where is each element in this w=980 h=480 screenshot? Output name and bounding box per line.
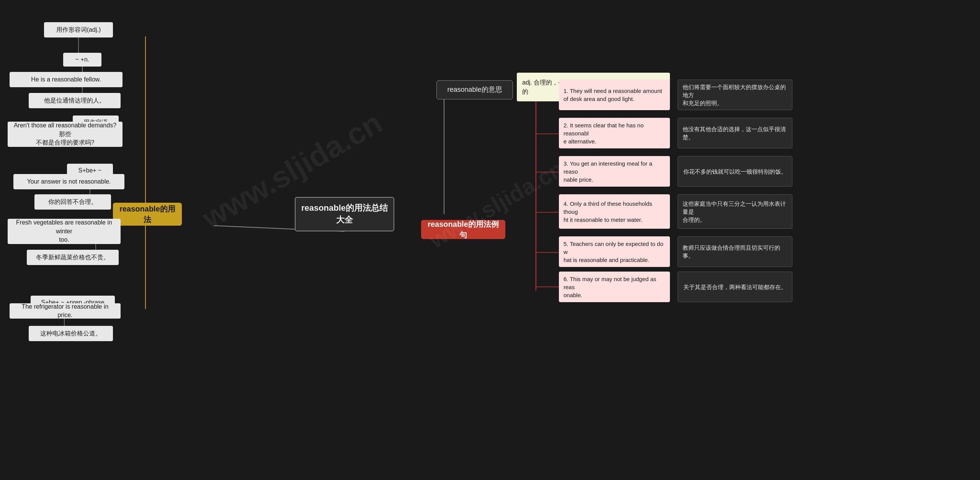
left-node-4: Your answer is not reasonable. — [13, 174, 124, 189]
left-node-7: 冬季新鲜蔬菜价格也不贵。 — [27, 250, 119, 265]
center-label: reasonable的用法总结大全 — [301, 202, 388, 226]
left-node-5: 你的回答不合理。 — [34, 194, 111, 210]
category-plus-n: ~ +n. — [63, 53, 101, 67]
left-main-label: reasonable的用法 — [118, 203, 176, 225]
left-main-node: reasonable的用法 — [113, 203, 182, 226]
example-zh-2: 他没有其他合适的选择，这一点似乎很清楚。 — [678, 118, 792, 148]
right-main1-node: reasonable的意思 — [436, 80, 513, 99]
right-main2-node: reasonable的用法例句 — [421, 220, 505, 239]
category-adj: 用作形容词(adj.) — [44, 22, 113, 37]
example-en-2: 2. It seems clear that he has no reasona… — [559, 118, 670, 148]
example-zh-4: 这些家庭当中只有三分之一认为用水表计量是合理的。 — [678, 194, 792, 229]
left-node-6: Fresh vegetables are reasonable in winte… — [8, 219, 121, 244]
example-en-5: 5. Teachers can only be expected to do w… — [559, 236, 670, 267]
example-zh-3: 你花不多的钱就可以吃一顿很特别的饭。 — [678, 156, 792, 187]
mindmap: reasonable的用法总结大全 reasonable的用法 reasonab… — [0, 0, 980, 480]
left-node-9: 这种电冰箱价格公道。 — [29, 326, 113, 341]
example-zh-1: 他们将需要一个面积较大的摆放办公桌的地方和充足的照明。 — [678, 80, 792, 110]
category-adj-label: 用作形容词(adj.) — [56, 26, 101, 34]
left-node-1: He is a reasonable fellow. — [10, 72, 122, 87]
example-zh-5: 教师只应该做合情合理而且切实可行的事。 — [678, 236, 792, 267]
right-main1-label: reasonable的意思 — [447, 85, 502, 94]
left-node-8: The refrigerator is reasonable in price. — [10, 303, 121, 319]
example-en-3: 3. You get an interesting meal for a rea… — [559, 156, 670, 187]
example-en-6: 6. This may or may not be judged as reas… — [559, 272, 670, 302]
example-zh-6: 关于其是否合理，两种看法可能都存在。 — [678, 272, 792, 302]
left-node-2: 他是位通情达理的人。 — [29, 93, 121, 108]
center-node: reasonable的用法总结大全 — [295, 197, 394, 231]
left-node-3: Aren't those all reasonable demands?那些不都… — [8, 122, 122, 147]
right-main2-label: reasonable的用法例句 — [426, 219, 500, 240]
example-en-4: 4. Only a third of these households thou… — [559, 194, 670, 229]
example-en-1: 1. They will need a reasonable amount of… — [559, 80, 670, 110]
